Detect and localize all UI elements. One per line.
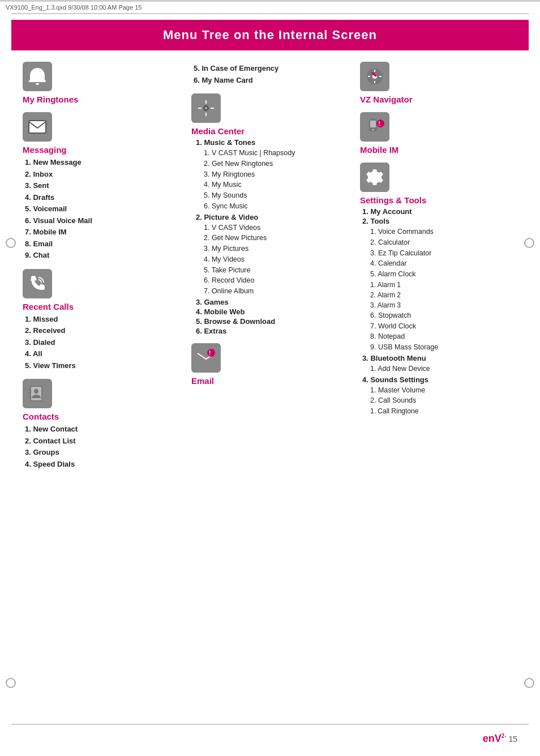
page-title: Menu Tree on the Internal Screen [23,28,517,42]
messaging-item-1: 1. New Message [25,157,180,168]
pv-1: 1. V CAST Videos [204,223,349,233]
music-tones-list: 1. V CAST Music | Rhapsody 2. Get New Ri… [204,148,349,212]
mt-3: 3. My Ringtones [204,169,349,180]
mobile-im-title: Mobile IM [360,145,517,155]
tool-6: 6. Stopwatch [370,310,517,321]
svg-text:↩: ↩ [30,277,34,283]
bluetooth-item: 3. Bluetooth Menu [362,354,517,362]
email-section: ! Email [191,343,349,386]
email-icon-svg: ! [196,348,216,368]
messaging-item-5: 5. Voicemail [25,203,180,215]
bell-icon [27,66,48,87]
tools-sub-list-2: 6. Stopwatch 7. World Clock 8. Notepad 9… [370,310,517,353]
vz-navigator-section: VZ Navigator [360,62,517,104]
svg-rect-6 [29,389,31,391]
tool-1: 1. Voice Commands [370,227,517,237]
call-1: 1. Call Ringtone [370,406,517,416]
svg-rect-8 [29,396,31,398]
my-ringtones-title: My Ringtones [23,95,180,104]
mobile-im-icon-svg: ! [365,117,385,137]
contacts-item-4: 4. Speed Dials [25,459,180,470]
email-title: Email [191,376,349,386]
call-sub-list: 1. Call Ringtone [370,406,517,416]
contacts-item-2: 2. Contact List [25,435,180,447]
sounds-settings-item: 4. Sounds Settings [362,375,517,384]
messaging-item-7: 7. Mobile IM [25,227,180,238]
messaging-list: 1. New Message 2. Inbox 3. Sent 4. Draft… [25,157,180,261]
tool-5: 5. Alarm Clock [370,269,517,280]
messaging-item-9: 9. Chat [25,250,180,261]
top-line [11,13,529,14]
svg-rect-7 [29,392,31,394]
bluetooth-sub-list: 1. Add New Device [370,364,517,374]
recent-calls-section: ↩ Recent Calls 1. Missed 2. Received 3. … [23,269,180,371]
tool-8: 8. Notepad [370,331,517,342]
contacts-icon [23,379,52,408]
tool-9: 9. USB Mass Storage [370,342,517,353]
recent-calls-icon: ↩ [23,269,52,298]
phone-icon: ↩ [27,274,48,294]
settings-tools-icon [360,163,389,192]
messaging-section: Messaging 1. New Message 2. Inbox 3. Sen… [23,112,180,261]
tool-7: 7. World Clock [370,321,517,332]
tool-3: 3. Ez Tip Calculator [370,248,517,259]
navigator-icon [365,66,385,87]
rc-item-5: 5. View Timers [25,360,180,371]
pv-5: 5. Take Picture [204,265,349,276]
svg-point-11 [205,107,207,109]
music-tones-section: 1. Music & Tones 1. V CAST Music | Rhaps… [196,138,349,212]
alarm-1: 1. Alarm 1 [370,280,517,290]
rc-item-2: 2. Received [25,325,180,336]
emergency-item-6: 6. My Name Card [194,75,349,86]
mt-4: 4. My Music [204,180,349,190]
pv-6: 6. Record Video [204,275,349,286]
sounds-1: 1. Master Volume [370,385,517,396]
pv-4: 4. My Videos [204,254,349,265]
binding-hole-right-1 [524,238,534,248]
messaging-item-2: 2. Inbox [25,169,180,180]
svg-text:!: ! [209,350,211,356]
svg-rect-0 [29,121,46,133]
contacts-item-1: 1. New Contact [25,424,180,435]
alarm-sub-list: 1. Alarm 1 2. Alarm 2 3. Alarm 3 [370,280,517,310]
tool-2: 2. Calculator [370,237,517,248]
emergency-section: 5. In Case of Emergency 6. My Name Card [191,63,349,86]
my-account-item: 1. My Account [362,207,517,216]
messaging-title: Messaging [23,145,180,155]
pv-2: 2. Get New Pictures [204,233,349,244]
tools-sub-list: 1. Voice Commands 2. Calculator 3. Ez Ti… [370,227,517,280]
page-number: 15 [508,734,517,744]
binding-hole-right-2 [524,678,534,688]
my-ringtones-section: My Ringtones [23,62,180,104]
extras-item: 6. Extras [196,327,349,335]
envelope-icon [27,117,48,137]
messaging-item-4: 4. Drafts [25,192,180,203]
vz-navigator-icon [360,62,389,91]
svg-point-20 [376,119,384,127]
bottom-line [11,724,529,725]
contacts-title: Contacts [23,412,180,421]
picture-video-list: 1. V CAST Videos 2. Get New Pictures 3. … [204,223,349,297]
games-item: 3. Games [196,298,349,306]
gear-icon [365,167,385,187]
mobile-im-icon: ! [360,112,389,142]
svg-rect-18 [370,121,376,127]
vz-navigator-title: VZ Navigator [360,95,517,104]
sounds-2: 2. Call Sounds [370,395,517,406]
media-icon [196,98,216,118]
recent-calls-list: 1. Missed 2. Received 3. Dialed 4. All 5… [25,314,180,371]
tool-4: 4. Calendar [370,258,517,269]
alarm-2: 2. Alarm 2 [370,290,517,300]
alarm-3: 3. Alarm 3 [370,300,517,310]
mt-5: 5. My Sounds [204,190,349,201]
svg-text:!: ! [379,121,380,127]
svg-point-19 [372,129,374,131]
footer: enV2- 15 [483,733,517,745]
pv-7: 7. Online Album [204,286,349,297]
column-3: VZ Navigator ! Mobile IM [354,62,523,477]
media-center-items: 1. Music & Tones 1. V CAST Music | Rhaps… [196,138,349,335]
messaging-item-6: 6. Visual Voice Mail [25,215,180,227]
picture-video-section: 2. Picture & Video 1. V CAST Videos 2. G… [196,213,349,297]
mt-2: 2. Get New Ringtones [204,159,349,169]
bt-1: 1. Add New Device [370,364,517,374]
